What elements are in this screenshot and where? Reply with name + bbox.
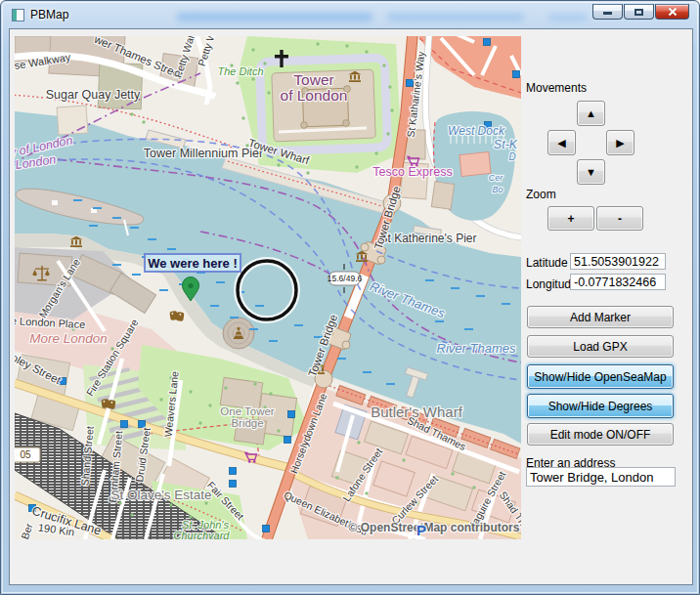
zoom-label: Zoom: [526, 188, 556, 201]
client-area: 05 15.6/49.6 We were here !: [9, 28, 693, 585]
move-right-button[interactable]: ▶: [606, 130, 634, 155]
map-label: Tesco Express: [372, 165, 452, 179]
map-label: River Thames: [437, 341, 516, 356]
movements-label: Movements: [526, 81, 587, 95]
map-label: D: [508, 151, 515, 162]
toggle-degrees-button[interactable]: Show/Hide Degrees: [527, 394, 674, 418]
map-label: St Olave's Estate: [110, 488, 211, 502]
map-label: Sugar Quay Jetty: [46, 88, 141, 102]
svg-text:We were here !: We were here !: [148, 256, 238, 271]
map-label: P: [416, 522, 426, 538]
map-label: Bridge: [231, 417, 263, 429]
glass-reflection: [548, 14, 588, 21]
map-label: Tower Millennium Pier: [144, 147, 263, 160]
latitude-input[interactable]: [570, 253, 666, 270]
close-icon: [667, 6, 678, 18]
zoom-out-button[interactable]: -: [596, 206, 643, 231]
sq-icon: [513, 71, 520, 78]
latitude-label: Latitude: [526, 256, 568, 270]
sq-icon: [230, 468, 237, 475]
glass-reflection: [387, 13, 524, 21]
map-label: © OpenStreetMap contributors: [349, 521, 520, 534]
load-gpx-button[interactable]: Load GPX: [527, 335, 674, 358]
map-label: St-K: [494, 138, 518, 151]
app-icon: [12, 9, 24, 21]
map-label: of London: [281, 87, 348, 104]
map-label: Cer: [489, 173, 504, 183]
minimize-icon: [603, 12, 612, 15]
map-label: Tower: [293, 71, 333, 88]
road-shield: 05: [15, 447, 40, 462]
minimize-button[interactable]: [592, 4, 623, 20]
sq-icon: [139, 421, 146, 428]
svg-text:15.6/49.6: 15.6/49.6: [328, 274, 363, 283]
map-label: West Dock: [448, 124, 505, 138]
marker-tooltip: We were here !: [145, 254, 241, 272]
move-left-button[interactable]: ◀: [547, 130, 576, 155]
map-label: Bo: [492, 185, 503, 194]
move-up-button[interactable]: ▲: [577, 101, 605, 126]
toggle-openseamap-button[interactable]: Show/Hide OpenSeaMap: [527, 364, 674, 389]
sugar-quay-jetty-structure: [57, 106, 88, 135]
move-down-button[interactable]: ▼: [577, 159, 605, 185]
sq-icon: [484, 39, 491, 46]
sq-icon: [263, 526, 270, 532]
map-label: More London: [29, 331, 108, 346]
edit-mode-button[interactable]: Edit mode ON/OFF: [527, 423, 674, 446]
map-label: St Katherine's Pier: [379, 232, 476, 245]
sq-icon: [288, 411, 295, 418]
titlebar[interactable]: PBMap: [1, 1, 699, 28]
app-window: PBMap: [0, 0, 700, 595]
longitude-input[interactable]: [570, 274, 666, 290]
close-button[interactable]: [655, 4, 689, 20]
svg-text:05: 05: [20, 449, 31, 460]
sq-icon: [284, 437, 291, 444]
maximize-icon: [634, 9, 643, 16]
map-canvas[interactable]: 05 15.6/49.6 We were here !: [15, 36, 521, 539]
zoom-in-button[interactable]: +: [547, 206, 594, 231]
glass-reflection: [177, 13, 372, 21]
address-input[interactable]: [526, 467, 676, 487]
map-label: One Tower: [220, 405, 275, 417]
window-title: PBMap: [30, 8, 68, 21]
map-label: Churchyard: [174, 530, 231, 539]
add-marker-button[interactable]: Add Marker: [527, 306, 674, 328]
sq-icon: [121, 421, 128, 428]
sq-icon: [230, 481, 237, 488]
map-label: The Ditch: [217, 65, 263, 77]
maximize-button[interactable]: [624, 4, 654, 20]
